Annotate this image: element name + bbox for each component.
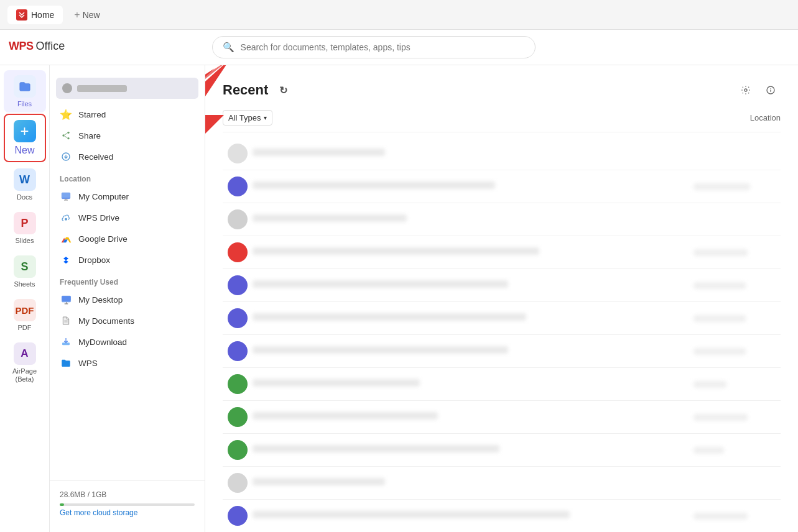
file-icon-col — [223, 209, 253, 229]
content-header: Recent ↻ — [223, 80, 781, 100]
wps-text: WPS — [9, 40, 34, 53]
file-icon-col — [223, 440, 253, 460]
sheets-label: Sheets — [14, 280, 35, 288]
office-text: Office — [36, 40, 65, 53]
airpage-icon: A — [14, 342, 36, 365]
table-row[interactable] — [223, 467, 781, 500]
recent-title: Recent — [223, 82, 268, 98]
table-row[interactable] — [223, 170, 781, 203]
pdf-label: PDF — [18, 324, 32, 331]
new-tab-label: New — [83, 10, 100, 20]
settings-button[interactable] — [736, 80, 756, 100]
nav-item-wps-folder[interactable]: WPS — [50, 352, 205, 374]
get-more-storage-link[interactable]: Get more cloud storage — [60, 508, 195, 517]
nav-item-my-documents[interactable]: My Documents — [50, 310, 205, 331]
nav-item-starred[interactable]: ⭐ Starred — [50, 104, 205, 125]
table-row[interactable] — [223, 434, 781, 467]
wps-logo-icon — [16, 9, 27, 21]
home-tab[interactable]: Home — [7, 6, 63, 24]
table-row[interactable] — [223, 203, 781, 236]
table-row[interactable] — [223, 269, 781, 302]
sidebar-item-airpage[interactable]: A AirPage(Beta) — [4, 337, 46, 388]
my-documents-label: My Documents — [78, 316, 134, 326]
new-label: New — [14, 145, 34, 156]
topbar: Home + New — [0, 0, 798, 30]
nav-top-icon — [62, 83, 72, 93]
table-row[interactable] — [223, 500, 781, 532]
main-content: Recent ↻ All Types ▾ Loca — [205, 65, 798, 532]
nav-item-dropbox[interactable]: Dropbox — [50, 249, 205, 270]
table-row[interactable] — [223, 401, 781, 434]
file-icon-col — [223, 308, 253, 328]
airpage-label: AirPage(Beta) — [12, 367, 37, 383]
storage-section: 28.6MB / 1GB Get more cloud storage — [50, 480, 205, 525]
nav-item-my-computer[interactable]: My Computer — [50, 186, 205, 207]
share-label: Share — [78, 131, 101, 140]
file-location-blur — [694, 282, 746, 289]
sidebar-item-slides[interactable]: P Slides — [4, 207, 46, 249]
search-bar[interactable]: 🔍 — [212, 36, 536, 58]
file-icon-col — [223, 177, 253, 196]
share-icon — [60, 129, 72, 142]
svg-marker-16 — [205, 65, 230, 146]
file-type-icon — [228, 242, 248, 262]
file-type-icon — [228, 506, 248, 526]
my-desktop-label: My Desktop — [78, 295, 123, 305]
icon-sidebar: Files + New W Docs P Slides — [0, 65, 50, 532]
file-name-blur — [253, 412, 438, 420]
nav-item-received[interactable]: Received — [50, 146, 205, 167]
main-layout: WPS Office 🔍 Files + — [0, 30, 798, 532]
table-row[interactable] — [223, 137, 781, 170]
file-icon-col — [223, 341, 253, 361]
svg-rect-11 — [62, 296, 70, 301]
filter-row: All Types ▾ Location — [223, 110, 781, 132]
pdf-icon: PDF — [14, 299, 36, 321]
nav-item-share[interactable]: Share — [50, 125, 205, 146]
wps-folder-icon — [60, 357, 72, 369]
table-row[interactable] — [223, 368, 781, 401]
file-info — [253, 445, 694, 455]
sidebar-item-docs[interactable]: W Docs — [4, 163, 46, 206]
new-tab[interactable]: + New — [68, 6, 106, 24]
file-location-blur — [694, 348, 746, 355]
nav-top-selected[interactable] — [56, 78, 198, 99]
table-row[interactable] — [223, 302, 781, 335]
file-location-blur — [694, 447, 724, 454]
desktop-icon — [60, 293, 72, 306]
storage-bar-background — [60, 503, 195, 506]
file-type-icon — [228, 275, 248, 295]
file-name-blur — [253, 511, 570, 518]
svg-line-3 — [65, 133, 68, 135]
all-types-label: All Types — [228, 113, 261, 122]
file-info — [253, 247, 694, 257]
sidebar-item-new[interactable]: + New — [4, 114, 46, 162]
nav-item-my-desktop[interactable]: My Desktop — [50, 289, 205, 310]
nav-item-my-download[interactable]: MyDownload — [50, 331, 205, 352]
file-location-col — [694, 315, 781, 322]
file-location-blur — [694, 315, 746, 322]
svg-point-9 — [65, 218, 67, 221]
table-row[interactable] — [223, 335, 781, 368]
sidebar-item-sheets[interactable]: S Sheets — [4, 250, 46, 293]
svg-point-0 — [67, 132, 69, 134]
all-types-filter[interactable]: All Types ▾ — [223, 110, 272, 126]
nav-item-google-drive[interactable]: Google Drive — [50, 228, 205, 249]
file-info — [253, 149, 694, 158]
file-name-blur — [253, 478, 385, 485]
file-icon-col — [223, 275, 253, 295]
search-input[interactable] — [241, 42, 525, 52]
slides-icon: P — [14, 212, 36, 234]
file-info — [253, 412, 694, 422]
my-download-label: MyDownload — [78, 337, 127, 347]
info-button[interactable] — [761, 80, 781, 100]
file-location-col — [694, 381, 781, 388]
refresh-button[interactable]: ↻ — [274, 81, 292, 99]
table-row[interactable] — [223, 236, 781, 269]
nav-item-wps-drive[interactable]: WPS Drive — [50, 207, 205, 228]
sidebar-item-files[interactable]: Files — [4, 70, 46, 112]
sidebar-item-pdf[interactable]: PDF PDF — [4, 294, 46, 336]
file-location-col — [694, 183, 781, 190]
file-name-blur — [253, 346, 508, 354]
file-name-blur — [253, 313, 526, 321]
file-icon-col — [223, 374, 253, 394]
